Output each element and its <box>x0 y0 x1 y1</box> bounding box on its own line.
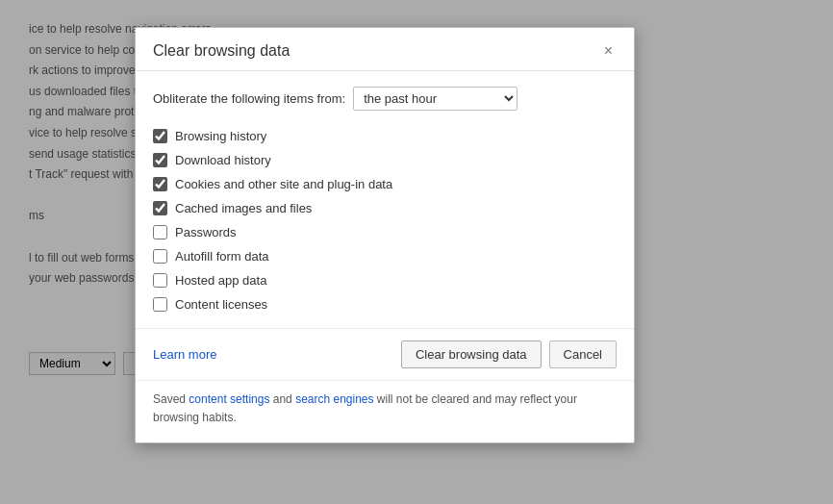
learn-more-link[interactable]: Learn more <box>153 347 216 362</box>
checkbox-item-content-licenses[interactable]: Content licenses <box>153 292 617 316</box>
hosted-app-checkbox[interactable] <box>153 273 167 288</box>
cookies-label: Cookies and other site and plug-in data <box>175 177 392 191</box>
action-buttons: Clear browsing data Cancel <box>401 340 617 368</box>
note-text-prefix: Saved <box>153 392 189 406</box>
content-settings-link[interactable]: content settings <box>189 392 269 406</box>
cookies-checkbox[interactable] <box>153 177 167 191</box>
browsing-history-label: Browsing history <box>175 129 266 143</box>
checkbox-item-hosted-app[interactable]: Hosted app data <box>153 268 617 292</box>
search-engines-link[interactable]: search engines <box>295 392 373 406</box>
cancel-button[interactable]: Cancel <box>549 340 617 368</box>
content-licenses-checkbox[interactable] <box>153 297 167 312</box>
autofill-checkbox[interactable] <box>153 249 167 264</box>
close-dialog-button[interactable]: × <box>600 41 617 61</box>
hosted-app-label: Hosted app data <box>175 273 266 288</box>
checkbox-item-cookies[interactable]: Cookies and other site and plug-in data <box>153 172 617 196</box>
clear-browsing-data-button[interactable]: Clear browsing data <box>401 340 542 368</box>
checkbox-item-autofill[interactable]: Autofill form data <box>153 244 617 268</box>
autofill-label: Autofill form data <box>175 249 269 264</box>
cached-images-label: Cached images and files <box>175 201 312 215</box>
passwords-label: Passwords <box>175 225 237 239</box>
checkbox-item-browsing-history[interactable]: Browsing history <box>153 124 617 148</box>
dialog-footer-actions: Learn more Clear browsing data Cancel <box>136 328 634 380</box>
obliterate-row: Obliterate the following items from: the… <box>153 87 617 111</box>
cached-images-checkbox[interactable] <box>153 201 167 215</box>
content-licenses-label: Content licenses <box>175 297 267 312</box>
browsing-history-checkbox[interactable] <box>153 129 167 143</box>
checkbox-item-download-history[interactable]: Download history <box>153 148 617 172</box>
clear-browsing-data-dialog: Clear browsing data × Obliterate the fol… <box>135 27 635 443</box>
checkbox-item-passwords[interactable]: Passwords <box>153 220 617 244</box>
checkbox-list: Browsing history Download history Cookie… <box>153 124 617 316</box>
time-range-select[interactable]: the past hour the past day the past week… <box>353 87 517 111</box>
download-history-label: Download history <box>175 153 271 167</box>
passwords-checkbox[interactable] <box>153 225 167 239</box>
checkbox-item-cached-images[interactable]: Cached images and files <box>153 196 617 220</box>
obliterate-label: Obliterate the following items from: <box>153 91 345 106</box>
dialog-note: Saved content settings and search engine… <box>136 380 634 442</box>
dialog-header: Clear browsing data × <box>136 28 634 71</box>
note-text-middle: and <box>269 392 295 406</box>
download-history-checkbox[interactable] <box>153 153 167 167</box>
dialog-body: Obliterate the following items from: the… <box>136 71 634 328</box>
dialog-title: Clear browsing data <box>153 42 290 60</box>
